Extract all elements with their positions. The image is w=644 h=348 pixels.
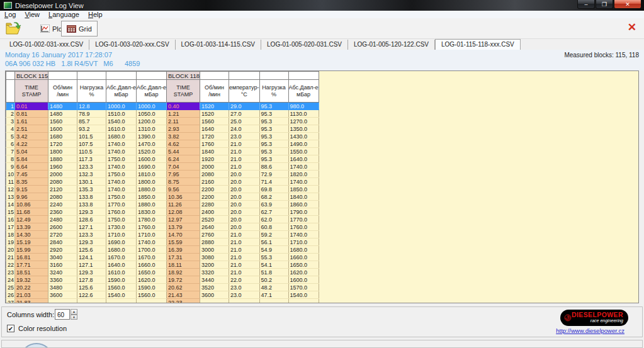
row-number[interactable]: 2 (6, 110, 15, 118)
cell[interactable]: 2.93 (167, 125, 200, 133)
cell[interactable]: 2000 (48, 171, 77, 178)
cell[interactable]: 1710.0 (288, 239, 319, 246)
cell[interactable]: 1690.0 (106, 239, 137, 246)
cell[interactable]: 1520 (200, 110, 229, 118)
row-number[interactable]: 4 (6, 125, 15, 133)
cell[interactable]: 15.59 (167, 239, 200, 246)
cell[interactable]: 20.0 (229, 201, 260, 208)
cell[interactable]: 6.64 (15, 163, 48, 171)
cell[interactable]: 107.5 (77, 140, 106, 148)
spin-down-icon[interactable]: ▼ (71, 315, 77, 320)
tab-log-01-115-118-xxx.csv[interactable]: LOG-01-115-118-xxx.CSV (435, 39, 521, 50)
cell[interactable]: 3600 (200, 291, 229, 299)
cell[interactable]: 88.6 (259, 163, 288, 171)
cell[interactable]: 20.0 (229, 193, 260, 201)
cell[interactable]: 20.0 (229, 216, 260, 223)
cell[interactable]: 71.4 (259, 178, 288, 186)
cell[interactable]: 3040 (48, 254, 77, 261)
color-resolution-checkbox[interactable]: ✔ (7, 325, 14, 332)
cell[interactable]: 54.9 (259, 246, 288, 254)
cell[interactable]: 1730.0 (106, 223, 137, 231)
cell[interactable]: 1750.0 (106, 193, 137, 201)
cell[interactable]: 1610.0 (106, 125, 137, 133)
cell[interactable]: 2080 (48, 193, 77, 201)
cell[interactable]: 9.56 (167, 186, 200, 193)
row-number[interactable]: 13 (6, 193, 15, 201)
cell[interactable]: 12.49 (15, 216, 48, 223)
row-number[interactable]: 11 (6, 178, 15, 186)
cell[interactable]: 3080 (200, 254, 229, 261)
cell[interactable]: 128.6 (77, 216, 106, 223)
cell[interactable]: 1740.0 (288, 163, 319, 171)
row-number[interactable]: 9 (6, 163, 15, 171)
columns-width-input[interactable] (55, 309, 70, 320)
cell[interactable]: 9.96 (15, 193, 48, 201)
cell[interactable]: 3.82 (167, 133, 200, 140)
cell[interactable] (106, 299, 137, 304)
cell[interactable]: 17.31 (167, 254, 200, 261)
cell[interactable]: 0.81 (15, 110, 48, 118)
cell[interactable]: 1750.0 (106, 155, 137, 163)
cell[interactable]: 21.0 (229, 148, 260, 155)
cell[interactable]: 1680.0 (106, 246, 137, 254)
cell[interactable]: 1810.0 (137, 171, 167, 178)
cell[interactable]: 2080 (200, 171, 229, 178)
cell[interactable]: 1200.0 (137, 118, 167, 125)
cell[interactable]: 13.39 (15, 223, 48, 231)
cell[interactable]: 21.0 (229, 261, 260, 269)
cell[interactable]: 21.0 (229, 239, 260, 246)
log-grid[interactable]: BLOCK 115BLOCK 118TIMESTAMPОб/мин/минНаг… (5, 70, 639, 303)
cell[interactable]: 1470.0 (137, 140, 167, 148)
cell[interactable]: 63.9 (259, 201, 288, 208)
cell[interactable]: 3440 (200, 276, 229, 284)
cell[interactable]: 1860.0 (288, 201, 319, 208)
cell[interactable]: 1000.0 (137, 103, 167, 110)
cell[interactable]: 78.9 (77, 110, 106, 118)
cell[interactable]: 1700.0 (137, 246, 167, 254)
cell[interactable]: 123.3 (77, 163, 106, 171)
tab-log-01-003-114-115.csv[interactable]: LOG-01-003-114-115.CSV (176, 40, 261, 50)
cell[interactable]: 1540.0 (288, 291, 319, 299)
column-header[interactable]: Об/мин/мин (200, 80, 229, 103)
cell[interactable]: 3.42 (15, 133, 48, 140)
row-number[interactable]: 12 (6, 186, 15, 193)
cell[interactable]: 1050.0 (137, 110, 167, 118)
cell[interactable]: 1430.0 (288, 133, 319, 140)
row-number[interactable]: 1 (6, 103, 15, 110)
row-number[interactable]: 24 (6, 276, 15, 284)
column-header[interactable]: Об/мин/мин (48, 80, 77, 103)
cell[interactable]: 95.3 (259, 118, 288, 125)
column-header[interactable]: Нагрузка% (259, 80, 288, 103)
cell[interactable]: 14.30 (15, 231, 48, 239)
cell[interactable]: 1800 (48, 148, 77, 155)
column-header[interactable]: Абс.Давл-емБар (106, 80, 137, 103)
row-number[interactable]: 16 (6, 216, 15, 223)
cell[interactable]: 1130.0 (288, 110, 319, 118)
cell[interactable]: 11.68 (15, 208, 48, 216)
cell[interactable]: 18.92 (167, 269, 200, 276)
cell[interactable]: 1740.0 (106, 178, 137, 186)
cell[interactable]: 85.7 (77, 118, 106, 125)
cell[interactable]: 1520.0 (137, 148, 167, 155)
row-number[interactable]: 20 (6, 246, 15, 254)
cell[interactable] (229, 299, 260, 304)
cell[interactable]: 16.39 (167, 246, 200, 254)
cell[interactable]: 47.1 (259, 291, 288, 299)
cell[interactable]: 56.1 (259, 239, 288, 246)
cell[interactable]: 22.23 (167, 299, 200, 304)
tab-log-01-002-031-xxx.csv[interactable]: LOG-01-002-031-xxx.CSV (4, 40, 89, 50)
cell[interactable]: 10.36 (167, 193, 200, 201)
cell[interactable]: 1390.0 (137, 133, 167, 140)
cell[interactable]: 2160 (200, 178, 229, 186)
cell[interactable]: 8.75 (167, 178, 200, 186)
cell[interactable]: 1740.0 (106, 140, 137, 148)
cell[interactable]: 1720 (200, 133, 229, 140)
cell[interactable]: 21.0 (229, 246, 260, 254)
cell[interactable]: 1620.0 (137, 276, 167, 284)
cell[interactable]: 1780.0 (137, 216, 167, 223)
cell[interactable]: 0.01 (15, 103, 48, 110)
cell[interactable]: 21.0 (229, 269, 260, 276)
cell[interactable] (48, 299, 77, 304)
cell[interactable]: 2360 (48, 208, 77, 216)
cell[interactable]: 2840 (48, 239, 77, 246)
